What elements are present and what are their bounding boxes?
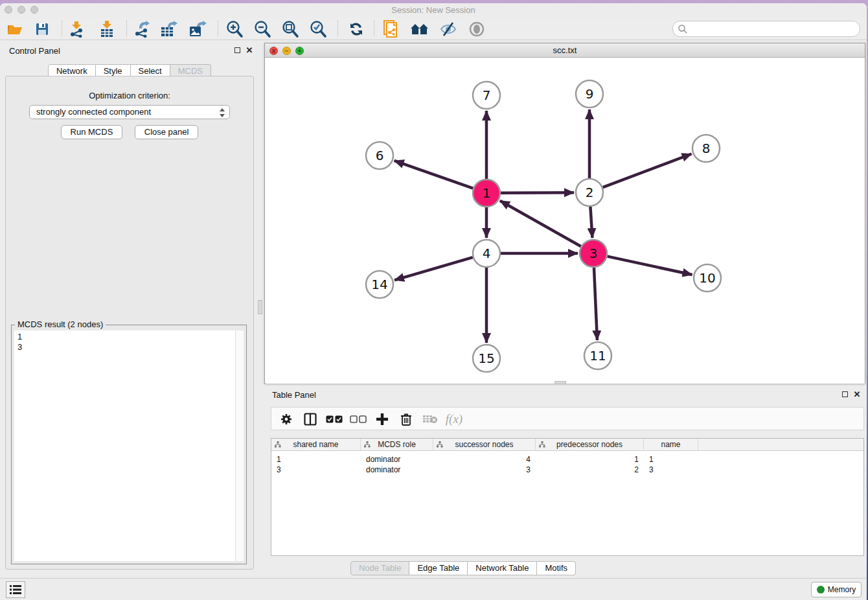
column-header-MCDS-role[interactable]: MCDS role <box>361 439 433 451</box>
gear-icon <box>280 413 293 426</box>
close-panel-button[interactable]: ✕ <box>245 46 254 55</box>
edge-2-3[interactable] <box>590 207 592 238</box>
edge-2-8[interactable] <box>603 154 692 187</box>
column-header-shared-name[interactable]: shared name <box>271 439 361 451</box>
tab-network-table[interactable]: Network Table <box>468 561 537 575</box>
table-cell[interactable]: 4 <box>433 454 536 465</box>
table-cell[interactable]: 1 <box>644 454 698 465</box>
table-cell[interactable]: dominator <box>361 465 433 475</box>
split-pane-icon <box>304 413 317 426</box>
edge-3-11[interactable] <box>594 268 597 340</box>
table-cell[interactable]: 3 <box>271 465 361 475</box>
apply-layout-button[interactable] <box>345 19 367 39</box>
run-mcds-button[interactable]: Run MCDS <box>61 125 123 139</box>
network-view-window: x − + scc.txt 7968124314101511 <box>264 43 865 384</box>
import-network-icon <box>68 21 85 38</box>
hide-selected-button[interactable] <box>437 19 459 39</box>
table-cell[interactable]: 1 <box>536 454 644 465</box>
zoom-out-button[interactable] <box>251 19 273 39</box>
main-window: Session: New Session <box>0 3 867 600</box>
toolbar-separator <box>62 21 62 36</box>
memory-button[interactable]: Memory <box>811 582 862 597</box>
tab-node-table[interactable]: Node Table <box>350 561 410 575</box>
export-network-button[interactable] <box>130 19 152 39</box>
float-table-panel-button[interactable] <box>840 390 849 399</box>
edge-3-1[interactable] <box>500 201 581 246</box>
table-panel-tabs: Node TableEdge TableNetwork TableMotifs <box>0 561 867 575</box>
control-panel-header: Control Panel ✕ <box>0 43 259 59</box>
mcds-result-scrollbar[interactable] <box>235 330 244 561</box>
edge-1-2[interactable] <box>501 192 574 193</box>
import-table-button[interactable] <box>96 19 118 39</box>
table-panel-header: Table Panel ✕ <box>264 387 867 402</box>
node-label-3: 3 <box>589 246 598 261</box>
node-label-1: 1 <box>483 185 491 201</box>
deselect-all-button[interactable] <box>348 410 369 429</box>
toggle-panes-button[interactable] <box>300 410 321 429</box>
table-cell[interactable]: 3 <box>433 465 536 475</box>
node-label-6: 6 <box>376 148 384 163</box>
edge-4-14[interactable] <box>394 257 473 280</box>
node-label-2: 2 <box>586 185 594 200</box>
eye-disabled-icon <box>468 21 485 38</box>
node-label-11: 11 <box>589 348 606 363</box>
table-cell[interactable]: 3 <box>644 465 698 475</box>
task-history-button[interactable] <box>6 581 25 598</box>
close-panel-button-inner[interactable]: Close panel <box>135 125 199 139</box>
column-header-name[interactable]: name <box>644 439 698 451</box>
table-cell[interactable]: 1 <box>271 454 361 465</box>
float-icon <box>842 391 848 397</box>
import-network-button[interactable] <box>65 19 87 39</box>
select-all-button[interactable] <box>324 410 345 429</box>
fit-content-button[interactable] <box>279 19 301 39</box>
node-table[interactable]: shared nameMCDS rolesuccessor nodesprede… <box>271 438 864 556</box>
search-box <box>672 21 860 37</box>
open-session-button[interactable] <box>4 19 26 39</box>
plus-icon <box>376 413 389 426</box>
vertical-splitter-grip[interactable] <box>258 300 262 314</box>
delete-column-button[interactable] <box>396 410 417 429</box>
delete-table-button[interactable] <box>420 410 440 429</box>
optimization-criterion-select[interactable]: strongly connected component <box>29 105 230 119</box>
table-cell[interactable]: dominator <box>361 454 433 465</box>
column-header-successor-nodes[interactable]: successor nodes <box>433 439 536 451</box>
network-canvas[interactable]: 7968124314101511 <box>266 58 865 384</box>
horizontal-splitter-grip[interactable] <box>554 381 566 384</box>
zoom-in-button[interactable] <box>223 19 246 39</box>
export-image-button[interactable] <box>187 19 209 39</box>
open-folder-icon <box>6 21 23 37</box>
export-network-icon <box>133 21 150 38</box>
export-image-icon <box>188 21 207 38</box>
optimization-criterion-label: Optimization criterion: <box>6 91 253 100</box>
table-panel-title: Table Panel <box>272 390 316 400</box>
table-cell[interactable]: 2 <box>536 465 644 475</box>
node-label-10: 10 <box>699 270 715 286</box>
control-panel-tabs: NetworkStyleSelectMCDS <box>0 64 259 76</box>
network-window-titlebar[interactable]: x − + scc.txt <box>265 43 865 58</box>
export-table-button[interactable] <box>158 19 180 39</box>
column-header-predecessor-nodes[interactable]: predecessor nodes <box>536 439 644 451</box>
node-label-9: 9 <box>586 86 594 102</box>
tab-motifs[interactable]: Motifs <box>537 561 576 575</box>
home-button[interactable] <box>409 19 431 39</box>
search-input[interactable] <box>691 22 853 36</box>
edge-3-10[interactable] <box>608 257 692 275</box>
save-session-button[interactable] <box>31 19 53 39</box>
table-settings-button[interactable] <box>276 410 297 429</box>
apply-function-button[interactable]: f(x) <box>444 410 464 429</box>
zoom-selected-button[interactable] <box>307 19 329 39</box>
checked-boxes-icon <box>326 415 343 424</box>
unchecked-boxes-icon <box>350 415 367 424</box>
mcds-result-title: MCDS result (2 nodes) <box>15 319 106 329</box>
control-panel-title: Control Panel <box>9 46 60 56</box>
add-column-button[interactable] <box>372 410 393 429</box>
tab-edge-table[interactable]: Edge Table <box>409 561 468 575</box>
float-panel-button[interactable] <box>233 46 242 55</box>
show-hidden-button[interactable] <box>466 19 488 39</box>
close-table-panel-button[interactable]: ✕ <box>852 390 862 399</box>
node-label-14: 14 <box>371 277 387 292</box>
edge-1-6[interactable] <box>394 161 474 189</box>
status-bar: Memory <box>0 578 867 600</box>
toolbar-separator <box>337 21 338 36</box>
clone-network-button[interactable] <box>380 19 402 39</box>
